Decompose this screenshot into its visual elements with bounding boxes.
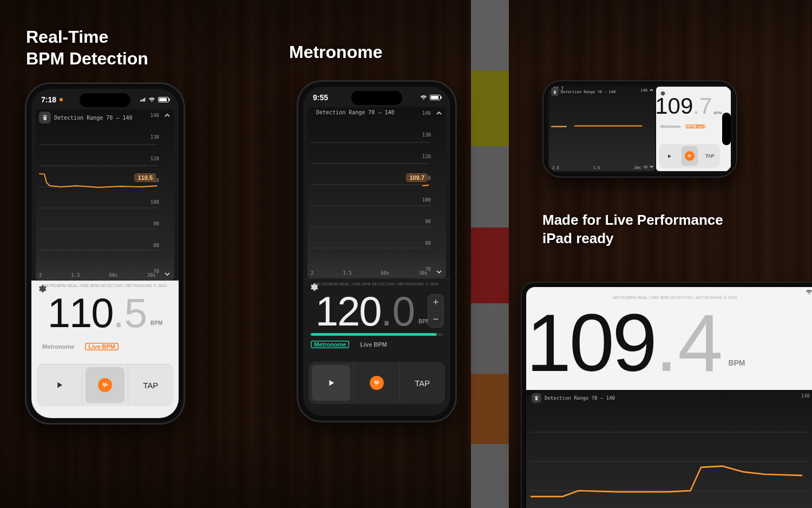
clear-button[interactable] [551, 88, 559, 96]
wifi-icon [806, 289, 812, 295]
bpm-panel: METROBPM REAL-TIME BPM DETECTOR / METRON… [303, 278, 450, 416]
x-tick: 30s [419, 270, 428, 276]
bpm-unit: BPM [150, 320, 162, 326]
svg-rect-1 [142, 100, 143, 102]
caption-right: Made for Live Performance iPad ready [542, 211, 723, 248]
bpm-line [531, 403, 808, 508]
dynamic-island [351, 91, 402, 105]
caption-right-line2: iPad ready [542, 230, 723, 248]
bpm-fraction: 0 [392, 291, 415, 332]
trash-icon [42, 114, 48, 121]
battery-icon [158, 97, 169, 102]
live-button[interactable] [353, 362, 399, 404]
clear-button[interactable] [532, 393, 541, 403]
mode-live-bpm[interactable]: Live BPM [685, 125, 706, 128]
chart-title: Detection Range 70 – 140 [561, 90, 615, 94]
dynamic-island [80, 93, 130, 107]
bpm-chart: Detection Range 70 – 140 140 130 120 110… [36, 109, 174, 280]
range-up-button[interactable] [163, 112, 171, 119]
x-tick: 1.5 [593, 166, 600, 170]
y-tick: 140 [801, 393, 810, 399]
live-button[interactable] [679, 144, 699, 168]
bpm-integer: 110 [48, 292, 113, 334]
y-tick: 70 [643, 165, 647, 170]
live-button[interactable] [82, 364, 127, 406]
tap-button[interactable]: TAP [128, 364, 173, 406]
status-time: 7:18 [41, 95, 56, 104]
tap-button[interactable]: TAP [400, 362, 445, 404]
clear-button[interactable] [39, 112, 51, 123]
chevron-up-icon [649, 88, 654, 93]
tap-button[interactable]: TAP [700, 144, 720, 168]
tap-label: TAP [143, 381, 158, 390]
x-axis: 2.5 1.5 20s [552, 166, 641, 170]
mode-live-bpm[interactable]: Live BPM [85, 343, 119, 350]
phone-middle: 9:55 Detection Range 70 – 140 140 130 12… [297, 80, 457, 422]
chart-title: Detection Range 70 – 140 [545, 395, 615, 401]
bpm-line [551, 95, 644, 165]
status-bar [806, 289, 812, 295]
trash-icon [553, 90, 557, 94]
waveform-icon [373, 379, 381, 387]
tap-label: TAP [415, 379, 430, 388]
plus-button[interactable]: + [428, 295, 443, 311]
range-down-button[interactable] [649, 164, 654, 170]
phone-landscape: Detection Range 70 – 140 140 70 109.7 2.… [542, 80, 737, 178]
play-icon [326, 378, 336, 388]
play-button[interactable] [309, 362, 353, 404]
y-tick: 140 [640, 88, 647, 93]
bpm-panel: 109.7 BPM Metronome Live BPM TAP [656, 87, 731, 171]
chart-title: Detection Range 70 – 140 [54, 115, 157, 121]
bpm-unit: BPM [728, 359, 745, 367]
background-color-stripe [471, 0, 509, 508]
y-tick: 140 [150, 113, 159, 118]
svg-rect-0 [140, 100, 141, 102]
caption-left-line1: Real-Time [26, 26, 148, 48]
transport-controls: TAP [659, 144, 720, 168]
chevron-down-icon [649, 164, 654, 169]
minus-button[interactable]: − [428, 311, 443, 328]
x-tick: 1.5 [343, 270, 351, 276]
waveform-icon [101, 381, 109, 389]
x-tick: 2 [311, 270, 313, 276]
x-tick: 2.5 [552, 166, 559, 170]
bpm-fraction: 7 [699, 93, 712, 119]
range-up-button[interactable] [435, 109, 443, 117]
transport-controls: TAP [37, 364, 173, 406]
caption-left: Real-Time BPM Detection [26, 26, 148, 69]
mode-live-bpm[interactable]: Live BPM [357, 341, 390, 348]
bpm-line [311, 121, 430, 269]
status-time: 9:55 [313, 93, 328, 102]
phone-left: 7:18 Detection Range 70 – 140 140 130 12… [25, 82, 185, 425]
x-tick: 2 [39, 272, 42, 278]
transport-controls: TAP [309, 362, 445, 404]
mode-selector: Metronome Live BPM [660, 125, 705, 128]
mode-metronome[interactable]: Metronome [660, 125, 681, 128]
play-button[interactable] [659, 144, 679, 168]
waveform-icon [687, 153, 692, 159]
wifi-icon [148, 97, 155, 102]
range-down-button[interactable] [435, 268, 443, 276]
caption-left-line2: BPM Detection [26, 48, 148, 69]
caption-middle: Metronome [289, 42, 382, 62]
range-up-button[interactable] [649, 88, 654, 94]
bpm-unit: BPM [713, 111, 722, 115]
bpm-chart: Detection Range 70 – 140 140 130 120 110… [307, 107, 446, 278]
mode-selector: Metronome Live BPM [311, 341, 390, 348]
cellular-icon [140, 97, 146, 102]
mode-metronome[interactable]: Metronome [39, 343, 77, 350]
mode-metronome[interactable]: Metronome [311, 341, 349, 348]
battery-icon [430, 95, 441, 100]
range-down-button[interactable] [163, 270, 171, 278]
bpm-stepper[interactable]: + − [428, 294, 444, 328]
bpm-integer: 109 [526, 302, 655, 383]
bpm-display: 109.7 BPM [656, 93, 721, 119]
beat-progress [311, 333, 443, 336]
play-icon [55, 380, 64, 390]
play-button[interactable] [37, 364, 82, 406]
x-axis: 2 1.5 60s 30s [311, 270, 428, 276]
x-axis: 2 1.5 60s 30s [39, 272, 156, 278]
bpm-display: 109.4 BPM [526, 302, 812, 383]
trash-icon [534, 395, 539, 401]
app-footer-text: METROBPM REAL-TIME BPM DETECTOR / METRON… [303, 282, 450, 286]
